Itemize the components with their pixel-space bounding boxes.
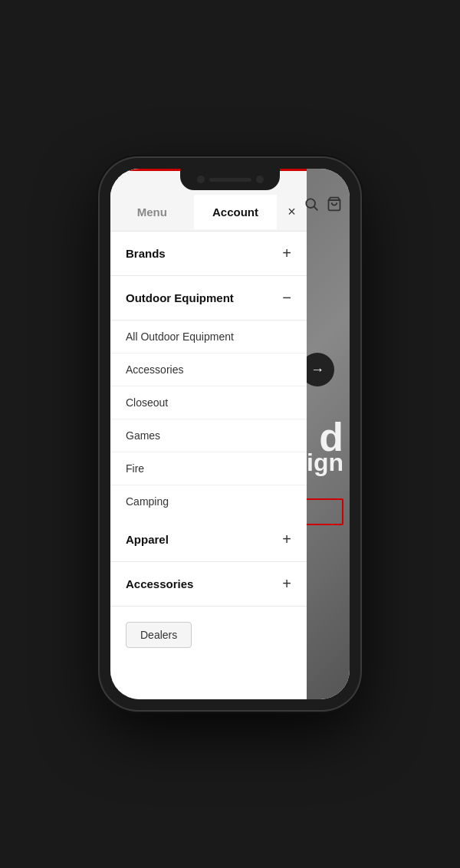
sub-item-all-outdoor[interactable]: All Outdoor Equipment — [110, 321, 307, 353]
screen: → d ign Menu Account — [110, 169, 350, 699]
menu-item-accessories[interactable]: Accessories + — [110, 562, 307, 607]
svg-point-0 — [306, 199, 315, 208]
accessories-label: Accessories — [126, 577, 193, 590]
menu-content: Brands + Outdoor Equipment − All Outdoor… — [110, 232, 307, 699]
dealers-section: Dealers — [110, 607, 307, 663]
menu-overlay: Menu Account × Brands + Outdoor Equipmen… — [110, 169, 307, 699]
menu-item-apparel[interactable]: Apparel + — [110, 518, 307, 562]
accessories-expand-icon: + — [282, 575, 291, 593]
bag-icon[interactable] — [327, 196, 342, 212]
outdoor-label: Outdoor Equipment — [126, 291, 234, 304]
brands-expand-icon: + — [282, 245, 291, 262]
sub-item-fire[interactable]: Fire — [110, 452, 307, 485]
phone-frame: → d ign Menu Account — [100, 158, 360, 710]
search-icon[interactable] — [304, 196, 319, 212]
bg-text-ign: ign — [307, 449, 343, 477]
tab-menu[interactable]: Menu — [110, 195, 194, 229]
apparel-expand-icon: + — [282, 531, 291, 548]
outdoor-sub-items: All Outdoor Equipment Accessories Closeo… — [110, 321, 307, 518]
close-button[interactable]: × — [277, 193, 307, 231]
apparel-label: Apparel — [126, 533, 169, 546]
sub-item-accessories-outdoor[interactable]: Accessories — [110, 353, 307, 386]
notch — [180, 169, 280, 190]
dealers-button[interactable]: Dealers — [126, 622, 192, 648]
menu-item-outdoor[interactable]: Outdoor Equipment − — [110, 276, 307, 321]
sub-item-camping[interactable]: Camping — [110, 485, 307, 518]
tab-account[interactable]: Account — [194, 195, 278, 229]
sub-item-games[interactable]: Games — [110, 419, 307, 452]
notch-camera — [256, 176, 264, 183]
notch-dot — [197, 176, 205, 183]
svg-line-1 — [314, 207, 318, 211]
bg-box — [305, 498, 343, 525]
menu-item-brands[interactable]: Brands + — [110, 232, 307, 276]
header-icons — [304, 196, 342, 212]
outdoor-collapse-icon: − — [282, 289, 291, 307]
brands-label: Brands — [126, 247, 166, 260]
notch-speaker — [209, 178, 251, 182]
sub-item-closeout[interactable]: Closeout — [110, 386, 307, 419]
